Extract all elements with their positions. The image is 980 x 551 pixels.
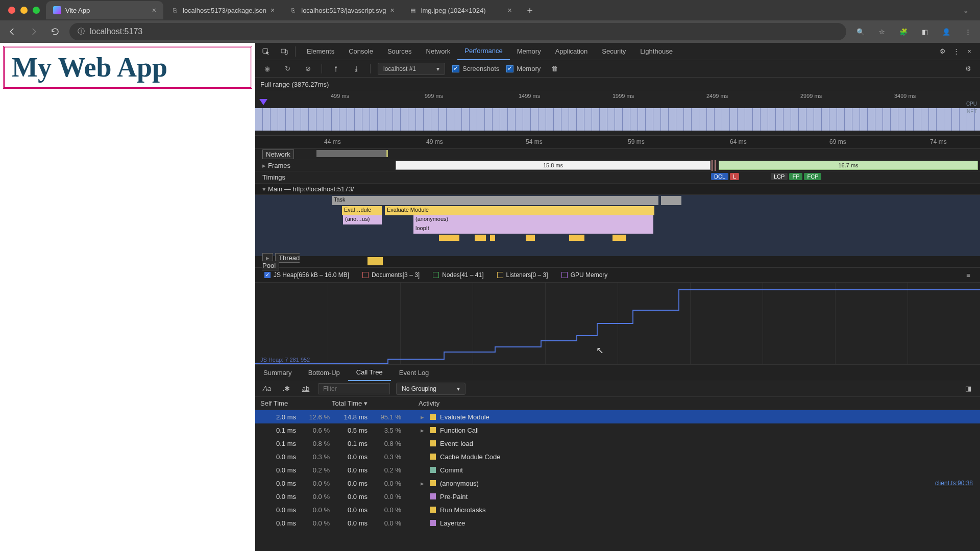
flame-loopit[interactable]: loopIt	[413, 224, 653, 234]
flame-task[interactable]: Task	[332, 196, 658, 205]
garbage-collect-icon[interactable]: 🗑	[548, 62, 561, 76]
memory-checkbox[interactable]: Memory	[506, 65, 541, 72]
browser-tab[interactable]: ⎘ localhost:5173/package.json ×	[163, 1, 282, 19]
devtools-tab-elements[interactable]: Elements	[300, 43, 341, 60]
devtools-tab-security[interactable]: Security	[595, 43, 633, 60]
record-button[interactable]: ◉	[260, 62, 274, 76]
devtools-tab-sources[interactable]: Sources	[380, 43, 419, 60]
flame-task[interactable]	[661, 196, 681, 205]
flame-small-block[interactable]	[475, 235, 486, 241]
col-total-time[interactable]: Total Time ▾	[332, 399, 412, 407]
filter-input[interactable]	[318, 383, 390, 394]
browser-tab[interactable]: ⎘ localhost:5173/javascript.svg ×	[282, 1, 401, 19]
expand-arrow-icon[interactable]: ▸	[419, 480, 426, 487]
frames-track[interactable]: ▸Frames 15.8 ms 16.7 ms	[255, 160, 980, 171]
table-row[interactable]: 0.0 ms0.0 %0.0 ms0.0 %Pre-Paint	[255, 490, 980, 503]
close-tab-icon[interactable]: ×	[507, 6, 511, 14]
table-row[interactable]: 0.1 ms0.8 %0.1 ms0.8 %Event: load	[255, 437, 980, 450]
timeline-overview[interactable]: 499 ms 999 ms 1499 ms 1999 ms 2499 ms 29…	[255, 91, 980, 136]
forward-button[interactable]	[27, 24, 41, 39]
recording-select[interactable]: localhost #1 ▾	[378, 63, 445, 75]
devtools-tab-console[interactable]: Console	[341, 43, 380, 60]
zoom-ruler[interactable]: 44 ms 49 ms 54 ms 59 ms 64 ms 69 ms 74 m…	[255, 136, 980, 149]
timings-track[interactable]: Timings DCLL LCPFPFCP	[255, 171, 980, 184]
overview-selection-marker[interactable]	[259, 99, 267, 105]
devtools-tab-memory[interactable]: Memory	[510, 43, 548, 60]
device-toolbar-icon[interactable]	[278, 45, 291, 58]
main-thread-header[interactable]: ▾Main — http://localhost:5173/	[255, 184, 980, 195]
table-row[interactable]: 0.1 ms0.6 %0.5 ms3.5 %▸Function Call	[255, 423, 980, 437]
close-tab-icon[interactable]: ×	[152, 6, 156, 14]
table-row[interactable]: 0.0 ms0.3 %0.0 ms0.3 %Cache Module Code	[255, 450, 980, 463]
kebab-menu-icon[interactable]: ⋮	[961, 24, 975, 39]
timing-badge-fcp[interactable]: FCP	[804, 173, 821, 180]
zoom-icon[interactable]: 🔍	[853, 24, 868, 39]
devtools-tab-lighthouse[interactable]: Lighthouse	[633, 43, 680, 60]
back-button[interactable]	[5, 24, 19, 39]
match-whole-word-icon[interactable]: ab	[299, 382, 312, 395]
thread-pool-track[interactable]: ▸Thread Pool	[255, 256, 980, 267]
detail-tab-bottom-up[interactable]: Bottom-Up	[300, 365, 348, 381]
flame-small-block[interactable]	[612, 235, 626, 241]
tab-overflow-button[interactable]: ⌄	[954, 7, 978, 14]
devtools-tab-application[interactable]: Application	[548, 43, 595, 60]
table-row[interactable]: 2.0 ms12.6 %14.8 ms95.1 %▸Evaluate Modul…	[255, 410, 980, 423]
flame-small-block[interactable]	[526, 235, 535, 241]
table-row[interactable]: 0.0 ms0.0 %0.0 ms0.0 %Run Microtasks	[255, 503, 980, 516]
extensions-icon[interactable]: 🧩	[896, 24, 911, 39]
inspect-element-icon[interactable]	[259, 45, 273, 58]
threadpool-block[interactable]	[368, 257, 383, 265]
network-bar[interactable]	[316, 150, 388, 157]
close-devtools-icon[interactable]: ×	[963, 45, 976, 58]
table-row[interactable]: 0.0 ms0.0 %0.0 ms0.0 %▸(anonymous)client…	[255, 477, 980, 490]
legend-menu-icon[interactable]: ≡	[962, 268, 975, 282]
browser-tab[interactable]: ▤ img.jpeg (1024×1024) ×	[402, 1, 519, 19]
close-tab-icon[interactable]: ×	[271, 6, 275, 14]
toggle-detail-pane-icon[interactable]: ◨	[962, 382, 975, 395]
more-icon[interactable]: ⋮	[949, 45, 963, 58]
settings-gear-icon[interactable]: ⚙	[936, 45, 949, 58]
table-row[interactable]: 0.0 ms0.0 %0.0 ms0.0 %Layerize	[255, 516, 980, 530]
bookmark-icon[interactable]: ☆	[875, 24, 889, 39]
upload-icon[interactable]: ⭱	[329, 62, 342, 76]
clear-button[interactable]: ⊘	[301, 62, 314, 76]
sidepanel-icon[interactable]: ◧	[918, 24, 932, 39]
detail-tab-call-tree[interactable]: Call Tree	[348, 365, 391, 381]
devtools-tab-network[interactable]: Network	[419, 43, 458, 60]
col-activity[interactable]: Activity	[412, 399, 980, 407]
perf-settings-icon[interactable]: ⚙	[962, 62, 975, 76]
grouping-select[interactable]: No Grouping ▾	[396, 383, 465, 395]
frame-block[interactable]: 15.8 ms	[396, 161, 710, 170]
legend-documents[interactable]: Documents[3 – 3]	[358, 270, 424, 280]
close-tab-icon[interactable]: ×	[390, 6, 394, 14]
detail-tab-event-log[interactable]: Event Log	[391, 365, 437, 381]
address-bar[interactable]: ⓘ localhost:5173	[69, 23, 846, 40]
match-case-icon[interactable]: Aa	[260, 382, 274, 395]
devtools-tab-performance[interactable]: Performance	[457, 43, 509, 60]
flame-anonymous[interactable]: (ano…us)	[343, 215, 382, 224]
flame-small-block[interactable]	[490, 235, 495, 241]
minimize-window-button[interactable]	[20, 7, 28, 14]
expand-arrow-icon[interactable]: ▸	[419, 427, 426, 434]
network-track[interactable]: Network	[255, 149, 980, 160]
timing-badge-l[interactable]: L	[730, 173, 739, 180]
legend-listeners[interactable]: Listeners[0 – 3]	[493, 270, 552, 280]
frame-block[interactable]: 16.7 ms	[719, 161, 978, 170]
flame-small-block[interactable]	[439, 235, 459, 241]
legend-nodes[interactable]: Nodes[41 – 41]	[429, 270, 487, 280]
legend-gpu[interactable]: GPU Memory	[557, 270, 612, 280]
browser-tab-active[interactable]: Vite App ×	[46, 1, 163, 19]
expand-arrow-icon[interactable]: ▸	[419, 413, 426, 421]
flame-evaluate-module[interactable]: Eval…dule	[342, 206, 382, 215]
flame-small-block[interactable]	[569, 235, 584, 241]
timing-badge-fp[interactable]: FP	[789, 173, 802, 180]
maximize-window-button[interactable]	[33, 7, 40, 14]
screenshots-checkbox[interactable]: Screenshots	[452, 65, 499, 72]
profile-icon[interactable]: 👤	[939, 24, 953, 39]
close-window-button[interactable]	[8, 7, 15, 14]
table-row[interactable]: 0.0 ms0.2 %0.0 ms0.2 %Commit	[255, 463, 980, 477]
detail-tab-summary[interactable]: Summary	[255, 365, 300, 381]
flame-evaluate-module[interactable]: Evaluate Module	[385, 206, 654, 215]
reload-button[interactable]	[48, 24, 62, 39]
flame-anonymous[interactable]: (anonymous)	[413, 215, 653, 224]
